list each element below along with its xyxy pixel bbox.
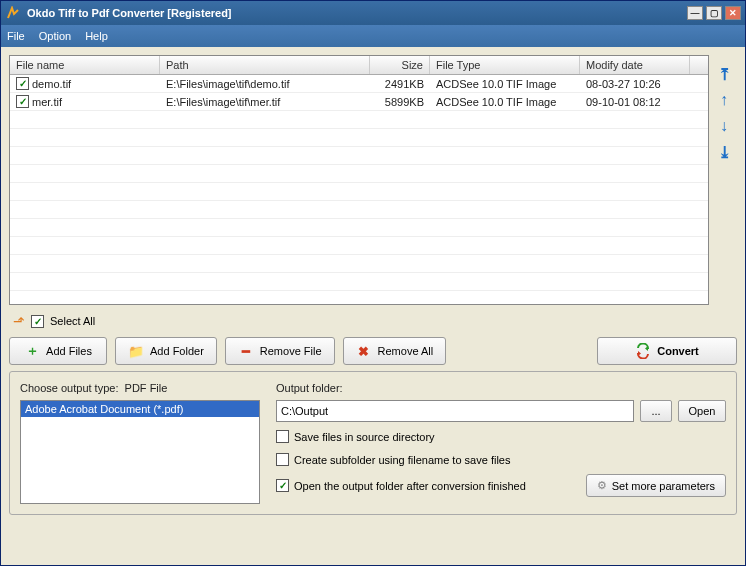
move-down-button[interactable]: ↓	[715, 117, 733, 135]
remove-file-label: Remove File	[260, 345, 322, 357]
opt-openafter-row: Open the output folder after conversion …	[276, 477, 526, 494]
open-after-label: Open the output folder after conversion …	[294, 480, 526, 492]
col-modifydate[interactable]: Modify date	[580, 56, 690, 74]
table-row-empty	[10, 237, 708, 255]
table-row-empty	[10, 273, 708, 291]
app-icon	[5, 5, 21, 21]
output-type-list[interactable]: Adobe Acrobat Document (*.pdf)	[20, 400, 260, 504]
minimize-button[interactable]: —	[687, 6, 703, 20]
set-more-parameters-button[interactable]: ⚙ Set more parameters	[586, 474, 726, 497]
remove-file-button[interactable]: ━ Remove File	[225, 337, 335, 365]
add-files-label: Add Files	[46, 345, 92, 357]
output-type-current: PDF File	[125, 382, 168, 394]
move-up-button[interactable]: ↑	[715, 91, 733, 109]
table-row-empty	[10, 147, 708, 165]
remove-all-button[interactable]: ✖ Remove All	[343, 337, 447, 365]
maximize-button[interactable]: ▢	[706, 6, 722, 20]
x-icon: ✖	[356, 343, 372, 359]
output-type-col: Choose output type: PDF File Adobe Acrob…	[20, 382, 260, 504]
select-all-checkbox[interactable]	[31, 315, 44, 328]
minus-icon: ━	[238, 343, 254, 359]
cell-type: ACDSee 10.0 TIF Image	[430, 77, 580, 91]
open-after-checkbox[interactable]	[276, 479, 289, 492]
table-row-empty	[10, 291, 708, 305]
table-row-empty	[10, 111, 708, 129]
grid-header: File name Path Size File Type Modify dat…	[10, 56, 708, 75]
col-filetype[interactable]: File Type	[430, 56, 580, 74]
convert-icon	[635, 343, 651, 359]
browse-button[interactable]: ...	[640, 400, 672, 422]
remove-all-label: Remove All	[378, 345, 434, 357]
table-row-empty	[10, 201, 708, 219]
table-row-empty	[10, 165, 708, 183]
close-button[interactable]: ✕	[725, 6, 741, 20]
up-folder-icon[interactable]: ⬏	[13, 313, 25, 329]
cell-filename: mer.tif	[32, 96, 62, 108]
output-type-label: Choose output type: PDF File	[20, 382, 260, 394]
select-all-row: ⬏ Select All	[9, 311, 737, 331]
create-subfolder-checkbox[interactable]	[276, 453, 289, 466]
save-source-checkbox[interactable]	[276, 430, 289, 443]
set-more-parameters-label: Set more parameters	[612, 480, 715, 492]
grid-body: demo.tifE:\Files\image\tif\demo.tif2491K…	[10, 75, 708, 305]
gear-icon: ⚙	[597, 479, 607, 492]
menu-option[interactable]: Option	[39, 30, 71, 42]
cell-filename: demo.tif	[32, 78, 71, 90]
add-folder-button[interactable]: 📁 Add Folder	[115, 337, 217, 365]
col-path[interactable]: Path	[160, 56, 370, 74]
output-type-option[interactable]: Adobe Acrobat Document (*.pdf)	[21, 401, 259, 417]
move-bottom-button[interactable]: ⤓	[715, 143, 733, 161]
output-panel: Choose output type: PDF File Adobe Acrob…	[9, 371, 737, 515]
cell-date: 09-10-01 08:12	[580, 95, 690, 109]
opt-subfolder-row: Create subfolder using filename to save …	[276, 451, 726, 468]
opt-savesrc-row: Save files in source directory	[276, 428, 726, 445]
cell-type: ACDSee 10.0 TIF Image	[430, 95, 580, 109]
table-row-empty	[10, 255, 708, 273]
svg-marker-1	[638, 351, 641, 356]
file-grid-wrap: File name Path Size File Type Modify dat…	[9, 55, 737, 305]
file-grid: File name Path Size File Type Modify dat…	[9, 55, 709, 305]
add-files-button[interactable]: ＋ Add Files	[9, 337, 107, 365]
plus-icon: ＋	[24, 343, 40, 359]
save-source-label: Save files in source directory	[294, 431, 435, 443]
create-subfolder-label: Create subfolder using filename to save …	[294, 454, 510, 466]
move-top-button[interactable]: ⤒	[715, 65, 733, 83]
table-row-empty	[10, 183, 708, 201]
output-folder-row: ... Open	[276, 400, 726, 422]
svg-marker-0	[645, 346, 648, 351]
window-controls: — ▢ ✕	[687, 6, 741, 20]
cell-size: 2491KB	[370, 77, 430, 91]
output-folder-label: Output folder:	[276, 382, 726, 394]
cell-size: 5899KB	[370, 95, 430, 109]
cell-path: E:\Files\image\tif\demo.tif	[160, 77, 370, 91]
output-folder-col: Output folder: ... Open Save files in so…	[276, 382, 726, 504]
table-row[interactable]: demo.tifE:\Files\image\tif\demo.tif2491K…	[10, 75, 708, 93]
toolbar: ＋ Add Files 📁 Add Folder ━ Remove File ✖…	[9, 337, 737, 365]
select-all-label: Select All	[50, 315, 95, 327]
cell-date: 08-03-27 10:26	[580, 77, 690, 91]
col-filename[interactable]: File name	[10, 56, 160, 74]
open-folder-button[interactable]: Open	[678, 400, 726, 422]
table-row-empty	[10, 129, 708, 147]
window-title: Okdo Tiff to Pdf Converter [Registered]	[27, 7, 687, 19]
titlebar: Okdo Tiff to Pdf Converter [Registered] …	[1, 1, 745, 25]
add-folder-label: Add Folder	[150, 345, 204, 357]
menu-file[interactable]: File	[7, 30, 25, 42]
cell-path: E:\Files\image\tif\mer.tif	[160, 95, 370, 109]
folder-icon: 📁	[128, 343, 144, 359]
row-checkbox[interactable]	[16, 95, 29, 108]
output-folder-input[interactable]	[276, 400, 634, 422]
app-window: Okdo Tiff to Pdf Converter [Registered] …	[0, 0, 746, 566]
menu-help[interactable]: Help	[85, 30, 108, 42]
content-area: File name Path Size File Type Modify dat…	[1, 47, 745, 565]
table-row-empty	[10, 219, 708, 237]
convert-label: Convert	[657, 345, 699, 357]
convert-button[interactable]: Convert	[597, 337, 737, 365]
menubar: File Option Help	[1, 25, 745, 47]
choose-output-type-label: Choose output type:	[20, 382, 118, 394]
row-checkbox[interactable]	[16, 77, 29, 90]
col-size[interactable]: Size	[370, 56, 430, 74]
reorder-buttons: ⤒ ↑ ↓ ⤓	[715, 55, 737, 305]
table-row[interactable]: mer.tifE:\Files\image\tif\mer.tif5899KBA…	[10, 93, 708, 111]
